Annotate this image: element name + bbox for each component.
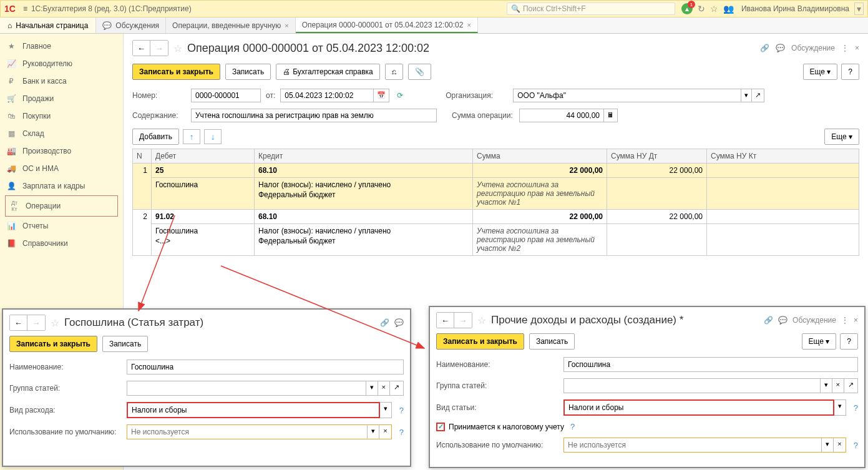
tab-current-operation[interactable]: Операция 0000-000001 от 05.04.2023 12:00…	[296, 17, 478, 33]
save-button[interactable]: Записать	[529, 333, 575, 350]
history-icon[interactable]: ↻	[698, 4, 705, 14]
refresh-icon[interactable]: ⟳	[397, 91, 403, 100]
dropdown-icon[interactable]: ▾	[854, 2, 864, 15]
discuss-label[interactable]: Обсуждение	[792, 316, 836, 325]
open-icon[interactable]: ↗	[752, 89, 764, 102]
dropdown-icon[interactable]: ▾	[366, 381, 378, 396]
close-icon[interactable]: ×	[854, 316, 858, 325]
help-icon[interactable]: ?	[399, 428, 404, 437]
help-icon[interactable]: ?	[854, 441, 858, 450]
user-icon[interactable]: 👥	[723, 4, 734, 14]
clear-icon[interactable]: ×	[378, 381, 390, 396]
sum-input[interactable]	[519, 109, 604, 122]
back-button[interactable]: ←	[10, 315, 27, 330]
name-input[interactable]	[563, 357, 858, 372]
favorite-star-icon[interactable]: ☆	[477, 315, 486, 326]
col-sum-kt[interactable]: Сумма НУ Кт	[707, 149, 859, 164]
favorite-icon[interactable]: ☆	[710, 4, 718, 14]
back-button[interactable]: ←	[133, 41, 150, 56]
clear-icon[interactable]: ×	[833, 438, 845, 452]
save-button[interactable]: Записать	[102, 336, 148, 352]
favorite-star-icon[interactable]: ☆	[173, 42, 182, 54]
sidebar-item-operations[interactable]: ДтКтОперации	[5, 195, 118, 217]
col-sum[interactable]: Сумма	[473, 149, 607, 164]
sidebar-item-warehouse[interactable]: ▦Склад	[0, 125, 123, 142]
discuss-icon[interactable]: 💬	[394, 318, 404, 327]
group-input[interactable]	[127, 381, 366, 396]
close-icon[interactable]: ×	[467, 21, 471, 29]
expense-type-input[interactable]	[127, 402, 380, 418]
move-down-button[interactable]: ↓	[204, 129, 222, 144]
tax-checkbox[interactable]: ✓	[436, 423, 445, 431]
col-credit[interactable]: Кредит	[255, 149, 473, 164]
col-debit[interactable]: Дебет	[152, 149, 255, 164]
table-row[interactable]: 1 25 68.10 22 000,00 22 000,00	[133, 164, 859, 178]
tree-icon-button[interactable]: ⎌	[385, 64, 403, 80]
print-button[interactable]: 🖨Бухгалтерская справка	[276, 64, 380, 80]
save-close-button[interactable]: Записать и закрыть	[132, 64, 220, 80]
save-close-button[interactable]: Записать и закрыть	[9, 336, 97, 352]
help-button[interactable]: ?	[841, 64, 859, 80]
group-input[interactable]	[563, 378, 821, 393]
open-icon[interactable]: ↗	[844, 378, 858, 393]
back-button[interactable]: ←	[437, 313, 454, 328]
help-button[interactable]: ?	[840, 333, 858, 350]
sidebar-item-catalogs[interactable]: 📕Справочники	[0, 235, 123, 252]
org-input[interactable]	[513, 89, 741, 102]
more-menu-icon[interactable]: ⋮	[841, 316, 849, 325]
calendar-icon[interactable]: 📅	[374, 89, 389, 102]
sidebar-item-production[interactable]: 🏭Производство	[0, 142, 123, 160]
discuss-label[interactable]: Обсуждение	[791, 44, 835, 52]
sidebar-item-purchases[interactable]: 🛍Покупки	[0, 107, 123, 125]
notifications-icon[interactable]: ▲ 1	[681, 3, 693, 14]
dropdown-icon[interactable]: ▾	[821, 438, 833, 452]
clear-icon[interactable]: ×	[379, 425, 391, 439]
favorite-star-icon[interactable]: ☆	[51, 317, 59, 329]
table-row[interactable]: Госпошлина Налог (взносы): начислено / у…	[133, 178, 859, 210]
home-tab[interactable]: ⌂ Начальная страница	[0, 17, 96, 33]
calculator-icon[interactable]: 🖩	[604, 109, 618, 122]
sidebar-item-manager[interactable]: 📈Руководителю	[0, 55, 123, 72]
help-icon[interactable]: ?	[570, 422, 575, 431]
link-icon[interactable]: 🔗	[760, 44, 769, 52]
save-button[interactable]: Записать	[225, 64, 271, 80]
link-icon[interactable]: 🔗	[380, 318, 389, 327]
clear-icon[interactable]: ×	[832, 378, 844, 393]
sidebar-item-sales[interactable]: 🛒Продажи	[0, 90, 123, 107]
table-row[interactable]: Госпошлина<...> Налог (взносы): начислен…	[133, 224, 859, 256]
open-icon[interactable]: ↗	[390, 381, 404, 396]
more-table-button[interactable]: Еще ▾	[824, 129, 859, 145]
attach-button[interactable]: 📎	[408, 64, 431, 80]
sidebar-item-salary[interactable]: 👤Зарплата и кадры	[0, 177, 123, 195]
article-type-input[interactable]	[563, 399, 834, 416]
default-input[interactable]	[127, 425, 367, 439]
link-icon[interactable]: 🔗	[764, 316, 773, 325]
user-name[interactable]: Иванова Ирина Владимировна	[741, 4, 849, 13]
sidebar-item-main[interactable]: ★Главное	[0, 37, 123, 55]
tab-discussions[interactable]: 💬 Обсуждения	[96, 17, 166, 33]
col-sum-dt[interactable]: Сумма НУ Дт	[607, 149, 707, 164]
search-input[interactable]: 🔍 Поиск Ctrl+Shift+F	[507, 2, 675, 15]
more-button[interactable]: Еще ▾	[803, 64, 838, 80]
close-icon[interactable]: ×	[285, 22, 288, 29]
number-input[interactable]	[191, 89, 261, 102]
table-row[interactable]: 2 91.02 68.10 22 000,00 22 000,00	[133, 210, 859, 224]
dropdown-icon[interactable]: ▾	[741, 89, 752, 102]
more-button[interactable]: Еще ▾	[802, 333, 837, 350]
dropdown-icon[interactable]: ▾	[821, 378, 832, 393]
col-n[interactable]: N	[133, 149, 152, 164]
help-icon[interactable]: ?	[854, 403, 858, 413]
menu-icon[interactable]: ≡	[23, 4, 27, 13]
more-menu-icon[interactable]: ⋮	[841, 44, 849, 52]
close-icon[interactable]: ×	[855, 44, 859, 52]
discuss-icon[interactable]: 💬	[778, 316, 788, 325]
sidebar-item-os[interactable]: 🚚ОС и НМА	[0, 160, 123, 177]
save-close-button[interactable]: Записать и закрыть	[436, 333, 524, 350]
dropdown-icon[interactable]: ▾	[834, 399, 846, 416]
add-button[interactable]: Добавить	[132, 129, 179, 145]
move-up-button[interactable]: ↑	[183, 129, 200, 144]
date-input[interactable]	[280, 89, 374, 102]
name-input[interactable]	[127, 360, 404, 375]
content-input[interactable]	[191, 109, 437, 122]
tab-manual-operations[interactable]: Операции, введенные вручную ×	[166, 17, 296, 33]
